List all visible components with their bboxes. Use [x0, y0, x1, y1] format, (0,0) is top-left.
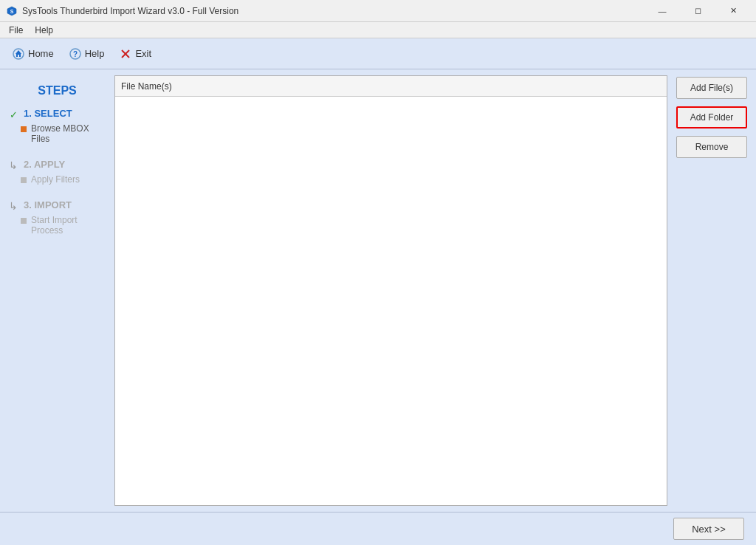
title-bar: S SysTools Thunderbird Import Wizard v3.…	[0, 0, 756, 22]
app-icon: S	[6, 5, 18, 17]
title-bar-left: S SysTools Thunderbird Import Wizard v3.…	[6, 5, 238, 17]
step2-sub1-label: Apply Filters	[31, 174, 80, 185]
bottom-bar: Next >>	[0, 512, 756, 545]
step3-sub1: Start ImportProcess	[21, 215, 107, 236]
next-button[interactable]: Next >>	[673, 518, 744, 540]
toolbar-help-button[interactable]: ? Help	[63, 44, 111, 64]
step1-sub1-icon	[21, 126, 27, 132]
minimize-button[interactable]: —	[645, 0, 679, 22]
toolbar-exit-button[interactable]: Exit	[113, 44, 157, 64]
step3-label: 3. IMPORT	[24, 199, 72, 210]
step3-sub1-label: Start ImportProcess	[31, 215, 78, 236]
close-button[interactable]: ✕	[716, 0, 750, 22]
step1-group: ✓ 1. SELECT Browse MBOXFiles	[7, 108, 107, 147]
step2-item: ↳ 2. APPLY	[7, 159, 107, 171]
step1-check-icon: ✓	[7, 109, 19, 120]
step2-group: ↳ 2. APPLY Apply Filters	[7, 159, 107, 188]
menu-file[interactable]: File	[3, 24, 29, 37]
step3-item: ↳ 3. IMPORT	[7, 199, 107, 212]
step1-sub1: Browse MBOXFiles	[21, 123, 107, 144]
main-content: STEPS ✓ 1. SELECT Browse MBOXFiles ↳ 2. …	[0, 69, 756, 512]
step2-arrow-icon: ↳	[7, 160, 19, 171]
step1-sub1-label: Browse MBOXFiles	[31, 123, 89, 144]
exit-label: Exit	[135, 48, 151, 59]
help-icon: ?	[69, 47, 82, 61]
file-list-panel: File Name(s)	[114, 75, 667, 506]
help-label: Help	[85, 48, 105, 59]
add-files-button[interactable]: Add File(s)	[676, 77, 747, 99]
add-folder-button[interactable]: Add Folder	[676, 106, 747, 128]
steps-title: STEPS	[7, 84, 107, 97]
step2-sub1: Apply Filters	[21, 174, 107, 185]
remove-button[interactable]: Remove	[676, 136, 747, 158]
toolbar: Home ? Help Exit	[0, 38, 756, 69]
window-title: SysTools Thunderbird Import Wizard v3.0 …	[22, 6, 238, 16]
file-list-body	[115, 97, 667, 505]
exit-icon	[119, 47, 132, 61]
file-list-header: File Name(s)	[115, 76, 667, 97]
file-list-header-label: File Name(s)	[121, 81, 172, 92]
home-label: Home	[28, 48, 54, 59]
svg-text:?: ?	[73, 50, 78, 58]
svg-text:S: S	[10, 9, 14, 14]
menu-bar: File Help	[0, 22, 756, 38]
right-panel: Add File(s) Add Folder Remove	[667, 69, 756, 512]
sidebar: STEPS ✓ 1. SELECT Browse MBOXFiles ↳ 2. …	[0, 69, 114, 512]
title-bar-controls: — ◻ ✕	[645, 0, 750, 22]
step3-arrow-icon: ↳	[7, 200, 19, 212]
step1-item: ✓ 1. SELECT	[7, 108, 107, 120]
step2-label: 2. APPLY	[24, 159, 65, 170]
step3-group: ↳ 3. IMPORT Start ImportProcess	[7, 199, 107, 239]
toolbar-home-button[interactable]: Home	[6, 44, 60, 64]
menu-help[interactable]: Help	[29, 24, 59, 37]
step2-sub1-icon	[21, 177, 27, 183]
home-icon	[12, 47, 25, 61]
maximize-button[interactable]: ◻	[681, 0, 715, 22]
step3-sub1-icon	[21, 218, 27, 224]
step1-label: 1. SELECT	[24, 108, 72, 119]
